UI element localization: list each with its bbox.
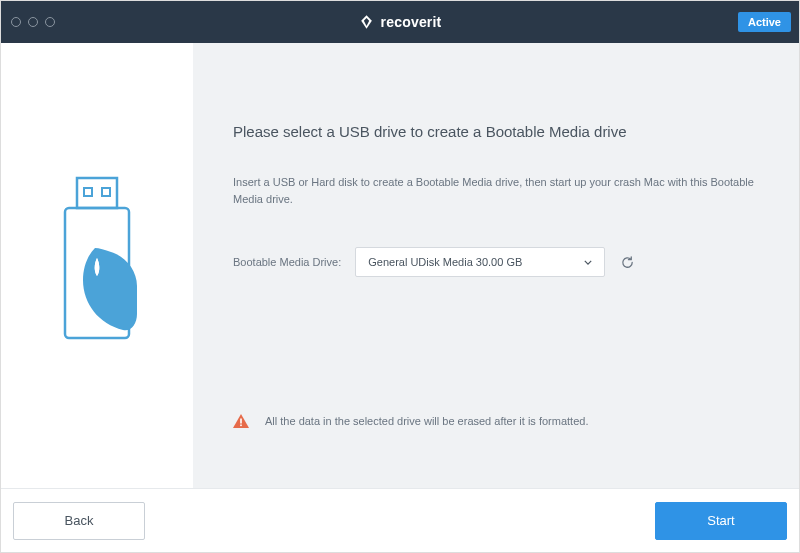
drive-select-row: Bootable Media Drive: General UDisk Medi… [233, 247, 759, 277]
usb-drive-icon [47, 176, 147, 356]
refresh-icon [620, 255, 635, 270]
brand: recoverit [359, 14, 442, 30]
page-heading: Please select a USB drive to create a Bo… [233, 123, 759, 140]
instruction-text: Insert a USB or Hard disk to create a Bo… [233, 174, 759, 207]
right-panel: Please select a USB drive to create a Bo… [193, 43, 799, 488]
svg-rect-5 [240, 425, 242, 427]
titlebar: recoverit Active [1, 1, 799, 43]
minimize-window-button[interactable] [28, 17, 38, 27]
svg-rect-1 [84, 188, 92, 196]
window-controls [11, 17, 55, 27]
chevron-down-icon [584, 260, 592, 265]
active-badge: Active [738, 12, 791, 32]
drive-select-value: General UDisk Media 30.00 GB [368, 256, 522, 268]
left-panel [1, 43, 193, 488]
refresh-button[interactable] [619, 254, 635, 270]
footer: Back Start [1, 488, 799, 552]
warning-text: All the data in the selected drive will … [265, 415, 588, 427]
drive-select-dropdown[interactable]: General UDisk Media 30.00 GB [355, 247, 605, 277]
warning-icon [233, 414, 249, 428]
content-area: Please select a USB drive to create a Bo… [1, 43, 799, 488]
brand-name: recoverit [381, 14, 442, 30]
warning-row: All the data in the selected drive will … [233, 414, 588, 428]
maximize-window-button[interactable] [45, 17, 55, 27]
back-button[interactable]: Back [13, 502, 145, 540]
drive-select-label: Bootable Media Drive: [233, 256, 341, 268]
brand-logo-icon [359, 14, 375, 30]
start-button[interactable]: Start [655, 502, 787, 540]
svg-rect-2 [102, 188, 110, 196]
close-window-button[interactable] [11, 17, 21, 27]
svg-rect-4 [240, 419, 242, 424]
